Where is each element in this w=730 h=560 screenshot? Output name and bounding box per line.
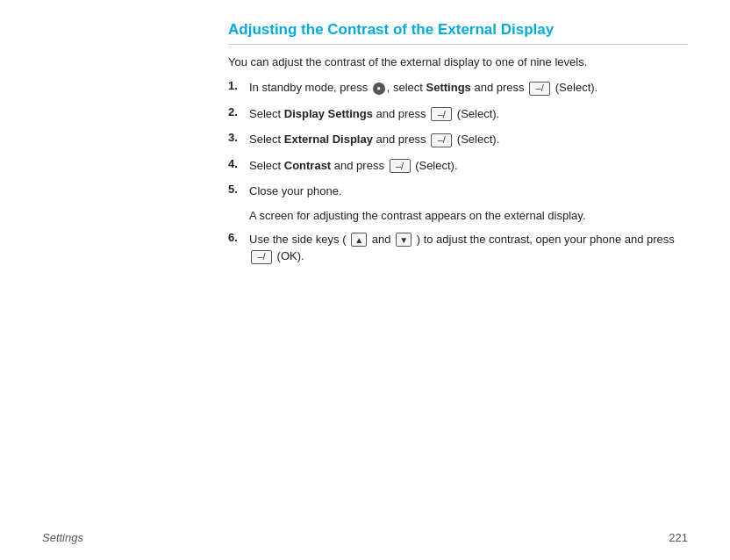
select-key-icon-1: –/ — [529, 82, 550, 96]
settings-label: Settings — [426, 81, 471, 94]
step-5-note: A screen for adjusting the contrast appe… — [249, 209, 688, 222]
footer-section-label: Settings — [42, 531, 83, 544]
step-content-2: Select Display Settings and press –/ (Se… — [249, 105, 688, 123]
select-key-icon-3: –/ — [431, 133, 452, 147]
circle-button-icon: ● — [373, 83, 385, 95]
content-area: Adjusting the Contrast of the External D… — [0, 0, 730, 560]
steps-list: 1. In standby mode, press ●, select Sett… — [228, 79, 688, 200]
ok-key-icon: –/ — [251, 250, 272, 264]
contrast-label: Contrast — [284, 159, 331, 172]
up-arrow-icon: ▲ — [351, 233, 367, 247]
page-title: Adjusting the Contrast of the External D… — [228, 21, 688, 45]
select-key-icon-4: –/ — [390, 159, 411, 173]
step-item-3: 3. Select External Display and press –/ … — [228, 131, 688, 148]
step-content-5: Close your phone. — [249, 183, 688, 200]
step-item-1: 1. In standby mode, press ●, select Sett… — [228, 79, 688, 97]
step-number-3: 3. — [228, 131, 249, 144]
step-number-5: 5. — [228, 183, 249, 196]
step-item-5: 5. Close your phone. — [228, 183, 688, 200]
display-settings-label: Display Settings — [284, 107, 373, 120]
step-item-4: 4. Select Contrast and press –/ (Select)… — [228, 157, 688, 175]
step-number-4: 4. — [228, 157, 249, 170]
steps-list-2: 6. Use the side keys ( ▲ and ▼ ) to adju… — [228, 231, 688, 265]
external-display-label: External Display — [284, 133, 373, 146]
footer: Settings 221 — [0, 524, 730, 551]
step-content-3: Select External Display and press –/ (Se… — [249, 131, 688, 148]
select-key-icon-2: –/ — [431, 107, 452, 121]
intro-text: You can adjust the contrast of the exter… — [228, 55, 688, 68]
down-arrow-icon: ▼ — [396, 233, 412, 247]
footer-page-number: 221 — [669, 531, 688, 544]
step-number-1: 1. — [228, 79, 249, 92]
step-number-6: 6. — [228, 231, 249, 244]
step-item-6: 6. Use the side keys ( ▲ and ▼ ) to adju… — [228, 231, 688, 265]
step-item-2: 2. Select Display Settings and press –/ … — [228, 105, 688, 123]
step-content-6: Use the side keys ( ▲ and ▼ ) to adjust … — [249, 231, 688, 265]
step-content-4: Select Contrast and press –/ (Select). — [249, 157, 688, 175]
page-container: Adjusting the Contrast of the External D… — [0, 0, 730, 560]
step-content-1: In standby mode, press ●, select Setting… — [249, 79, 688, 97]
step-number-2: 2. — [228, 105, 249, 118]
